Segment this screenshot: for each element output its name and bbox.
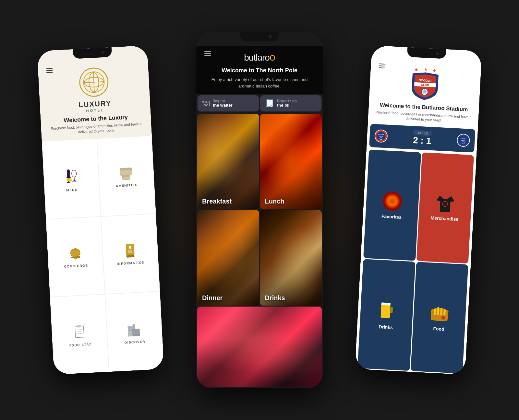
beer-icon bbox=[379, 300, 394, 321]
svg-rect-43 bbox=[133, 332, 135, 334]
logo-circle bbox=[78, 67, 109, 98]
left-hamburger-icon[interactable] bbox=[46, 68, 53, 73]
score-center: 30 : 15 2 : 1 bbox=[413, 130, 431, 146]
butlaroo-logo: butlaroo bbox=[203, 51, 316, 63]
right-phone-content: ★ ★ ★ SOCCER CLUB bbox=[355, 58, 481, 375]
left-cell-concierge[interactable]: CONCIERGE bbox=[46, 217, 104, 297]
svg-rect-38 bbox=[128, 329, 130, 331]
request-bill-button[interactable]: 🧾 Request / pay the bill bbox=[260, 95, 321, 111]
svg-point-20 bbox=[75, 257, 77, 260]
luxury-logo: LUXURY HOTEL bbox=[77, 67, 112, 113]
food-cell-dinner[interactable]: Dinner bbox=[197, 210, 259, 305]
tshirt-icon: SC bbox=[436, 194, 455, 213]
svg-rect-27 bbox=[127, 255, 135, 258]
left-welcome: Welcome to the Luxury Purchase food, bev… bbox=[41, 113, 152, 137]
team1-badge: SOCCER CLUB bbox=[374, 129, 388, 143]
svg-rect-68 bbox=[434, 309, 436, 315]
scene: LUXURY HOTEL Welcome to the Luxury Purch… bbox=[32, 16, 487, 404]
phone-right: ★ ★ ★ SOCCER CLUB bbox=[355, 45, 482, 375]
left-menu-grid: MENU AMENITIES bbox=[42, 136, 164, 375]
left-cell-amenities[interactable]: AMENITIES bbox=[97, 136, 155, 216]
left-cell-menu[interactable]: MENU bbox=[42, 139, 101, 219]
left-phone-content: LUXURY HOTEL Welcome to the Luxury Purch… bbox=[38, 58, 164, 375]
svg-rect-37 bbox=[131, 327, 132, 328]
svg-rect-66 bbox=[390, 307, 393, 313]
soccer-badge-icon: ★ ★ ★ SOCCER CLUB bbox=[406, 65, 444, 103]
phone-center: butlaroo Welcome to The North Pole Enjoy… bbox=[196, 32, 323, 388]
drinks-label: Drinks bbox=[379, 324, 393, 330]
phone-left: LUXURY HOTEL Welcome to the Luxury Purch… bbox=[37, 45, 164, 375]
right-cell-drinks[interactable]: Drinks bbox=[357, 259, 415, 371]
svg-text:★: ★ bbox=[414, 67, 419, 73]
right-cell-food[interactable]: Food bbox=[410, 262, 468, 374]
svg-text:★: ★ bbox=[423, 66, 428, 72]
svg-text:SOCCER: SOCCER bbox=[378, 134, 384, 135]
food-label: Food bbox=[433, 326, 444, 332]
score-numbers: 2 : 1 bbox=[413, 135, 431, 146]
bill-small-label: Request / pay bbox=[277, 99, 297, 103]
svg-line-30 bbox=[77, 330, 82, 330]
favorites-label: Favorites bbox=[381, 214, 402, 220]
food-cell-breakfast[interactable]: Breakfast bbox=[197, 114, 259, 209]
waiter-small-label: Request bbox=[213, 99, 233, 103]
drinks-label: Drinks bbox=[265, 294, 285, 302]
fries-icon bbox=[428, 303, 451, 323]
svg-rect-26 bbox=[128, 250, 133, 253]
request-waiter-button[interactable]: 🍽 Request the waiter bbox=[198, 95, 259, 111]
svg-rect-44 bbox=[136, 332, 138, 334]
bill-strong-label: the bill bbox=[277, 103, 297, 108]
svg-rect-42 bbox=[136, 330, 138, 332]
center-welcome-title: Welcome to The North Pole bbox=[203, 67, 316, 74]
discover-label: DISCOVER bbox=[125, 340, 146, 344]
food-cell-lunch[interactable]: Lunch bbox=[260, 114, 322, 209]
right-cell-favorites[interactable]: Favorites bbox=[363, 150, 421, 261]
bill-icon: 🧾 bbox=[265, 99, 274, 108]
team2-badge: BEST FOOT bbox=[456, 134, 470, 147]
waiter-strong-label: the waiter bbox=[213, 103, 233, 108]
left-cell-information[interactable]: i INFORMATION bbox=[101, 214, 159, 294]
soccer-logo: ★ ★ ★ SOCCER CLUB bbox=[406, 65, 444, 103]
svg-text:CLUB: CLUB bbox=[421, 83, 429, 87]
food-cell-drinks[interactable]: Drinks bbox=[260, 210, 322, 305]
right-cell-merchandise[interactable]: SC Merchandise bbox=[416, 152, 474, 264]
information-label: INFORMATION bbox=[117, 261, 145, 266]
action-buttons: 🍽 Request the waiter 🧾 Request / pay the… bbox=[198, 95, 321, 111]
right-welcome: Welcome to the Butlaroo Stadium Purchase… bbox=[368, 99, 479, 128]
menu-label: MENU bbox=[66, 188, 78, 192]
svg-rect-36 bbox=[128, 327, 130, 329]
center-welcome-subtitle: Enjoy a rich variety of our chef's favor… bbox=[203, 76, 316, 89]
luxury-label: LUXURY bbox=[78, 99, 112, 109]
svg-rect-45 bbox=[132, 324, 135, 329]
right-hamburger-icon[interactable] bbox=[379, 64, 386, 68]
svg-rect-29 bbox=[77, 325, 81, 327]
merchandise-label: Merchandise bbox=[430, 215, 458, 222]
svg-point-9 bbox=[71, 170, 77, 177]
concierge-label: CONCIERGE bbox=[64, 264, 88, 269]
svg-point-11 bbox=[73, 181, 76, 182]
svg-rect-6 bbox=[66, 177, 71, 178]
svg-rect-8 bbox=[67, 181, 70, 182]
bell-icon bbox=[68, 247, 83, 262]
center-header: butlaroo Welcome to The North Pole Enjoy… bbox=[196, 46, 323, 94]
center-hamburger-icon[interactable] bbox=[204, 51, 211, 56]
towel-icon bbox=[118, 166, 134, 181]
food-grid: Breakfast Lunch Dinner Drinks bbox=[197, 114, 322, 387]
info-icon: i bbox=[124, 244, 136, 259]
score-bar: SOCCER CLUB 30 : 15 2 : 1 bbox=[369, 124, 475, 153]
city-icon bbox=[126, 321, 143, 338]
amenities-label: AMENITIES bbox=[115, 183, 138, 188]
svg-rect-41 bbox=[133, 330, 135, 332]
waiter-icon: 🍽 bbox=[202, 99, 210, 108]
svg-point-34 bbox=[83, 324, 85, 325]
food-cell-snacks[interactable] bbox=[197, 307, 322, 387]
svg-line-31 bbox=[77, 332, 81, 332]
left-cell-your-stay[interactable]: YOUR STAY bbox=[51, 295, 109, 375]
svg-text:BEST: BEST bbox=[462, 138, 465, 140]
wine-icon bbox=[64, 167, 79, 186]
svg-line-32 bbox=[77, 333, 82, 334]
luxury-text: LUXURY HOTEL bbox=[78, 99, 112, 113]
left-cell-discover[interactable]: DISCOVER bbox=[105, 292, 163, 372]
clipboard-icon bbox=[73, 324, 86, 341]
svg-rect-70 bbox=[440, 308, 442, 315]
svg-rect-46 bbox=[133, 324, 134, 325]
